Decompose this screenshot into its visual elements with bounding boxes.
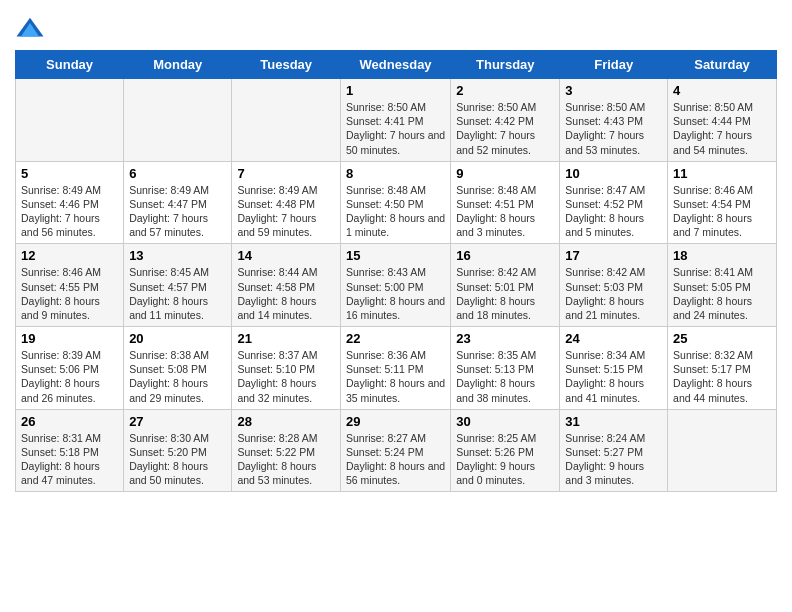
day-number: 20 [129,331,226,346]
day-number: 6 [129,166,226,181]
day-info: Sunrise: 8:41 AM Sunset: 5:05 PM Dayligh… [673,265,771,322]
day-info: Sunrise: 8:50 AM Sunset: 4:43 PM Dayligh… [565,100,662,157]
day-info: Sunrise: 8:48 AM Sunset: 4:50 PM Dayligh… [346,183,445,240]
day-info: Sunrise: 8:46 AM Sunset: 4:55 PM Dayligh… [21,265,118,322]
calendar-cell: 5Sunrise: 8:49 AM Sunset: 4:46 PM Daylig… [16,161,124,244]
calendar-cell: 14Sunrise: 8:44 AM Sunset: 4:58 PM Dayli… [232,244,341,327]
calendar-cell: 21Sunrise: 8:37 AM Sunset: 5:10 PM Dayli… [232,327,341,410]
day-info: Sunrise: 8:24 AM Sunset: 5:27 PM Dayligh… [565,431,662,488]
calendar-cell: 19Sunrise: 8:39 AM Sunset: 5:06 PM Dayli… [16,327,124,410]
day-number: 1 [346,83,445,98]
day-info: Sunrise: 8:50 AM Sunset: 4:42 PM Dayligh… [456,100,554,157]
calendar-cell: 20Sunrise: 8:38 AM Sunset: 5:08 PM Dayli… [124,327,232,410]
day-info: Sunrise: 8:46 AM Sunset: 4:54 PM Dayligh… [673,183,771,240]
calendar-cell: 31Sunrise: 8:24 AM Sunset: 5:27 PM Dayli… [560,409,668,492]
day-info: Sunrise: 8:47 AM Sunset: 4:52 PM Dayligh… [565,183,662,240]
calendar-cell: 24Sunrise: 8:34 AM Sunset: 5:15 PM Dayli… [560,327,668,410]
calendar-body: 1Sunrise: 8:50 AM Sunset: 4:41 PM Daylig… [16,79,777,492]
calendar-cell [16,79,124,162]
calendar-cell: 4Sunrise: 8:50 AM Sunset: 4:44 PM Daylig… [668,79,777,162]
day-info: Sunrise: 8:37 AM Sunset: 5:10 PM Dayligh… [237,348,335,405]
day-number: 9 [456,166,554,181]
calendar-cell: 11Sunrise: 8:46 AM Sunset: 4:54 PM Dayli… [668,161,777,244]
day-number: 24 [565,331,662,346]
header-day: Wednesday [340,51,450,79]
day-info: Sunrise: 8:48 AM Sunset: 4:51 PM Dayligh… [456,183,554,240]
day-number: 16 [456,248,554,263]
day-number: 4 [673,83,771,98]
calendar-cell: 15Sunrise: 8:43 AM Sunset: 5:00 PM Dayli… [340,244,450,327]
page-header [15,10,777,44]
day-number: 19 [21,331,118,346]
header-day: Saturday [668,51,777,79]
day-number: 22 [346,331,445,346]
day-info: Sunrise: 8:49 AM Sunset: 4:47 PM Dayligh… [129,183,226,240]
day-info: Sunrise: 8:49 AM Sunset: 4:46 PM Dayligh… [21,183,118,240]
day-info: Sunrise: 8:42 AM Sunset: 5:03 PM Dayligh… [565,265,662,322]
day-info: Sunrise: 8:50 AM Sunset: 4:44 PM Dayligh… [673,100,771,157]
header-day: Thursday [451,51,560,79]
day-number: 18 [673,248,771,263]
day-info: Sunrise: 8:43 AM Sunset: 5:00 PM Dayligh… [346,265,445,322]
calendar-cell: 28Sunrise: 8:28 AM Sunset: 5:22 PM Dayli… [232,409,341,492]
calendar-week: 26Sunrise: 8:31 AM Sunset: 5:18 PM Dayli… [16,409,777,492]
calendar-cell: 7Sunrise: 8:49 AM Sunset: 4:48 PM Daylig… [232,161,341,244]
header-row: SundayMondayTuesdayWednesdayThursdayFrid… [16,51,777,79]
calendar-week: 5Sunrise: 8:49 AM Sunset: 4:46 PM Daylig… [16,161,777,244]
calendar-cell: 12Sunrise: 8:46 AM Sunset: 4:55 PM Dayli… [16,244,124,327]
day-number: 30 [456,414,554,429]
day-number: 2 [456,83,554,98]
header-day: Monday [124,51,232,79]
day-info: Sunrise: 8:38 AM Sunset: 5:08 PM Dayligh… [129,348,226,405]
header-day: Friday [560,51,668,79]
calendar-cell: 13Sunrise: 8:45 AM Sunset: 4:57 PM Dayli… [124,244,232,327]
day-number: 21 [237,331,335,346]
day-number: 25 [673,331,771,346]
calendar-cell: 23Sunrise: 8:35 AM Sunset: 5:13 PM Dayli… [451,327,560,410]
calendar-cell: 3Sunrise: 8:50 AM Sunset: 4:43 PM Daylig… [560,79,668,162]
day-number: 10 [565,166,662,181]
day-info: Sunrise: 8:31 AM Sunset: 5:18 PM Dayligh… [21,431,118,488]
day-number: 3 [565,83,662,98]
day-info: Sunrise: 8:42 AM Sunset: 5:01 PM Dayligh… [456,265,554,322]
calendar-cell: 18Sunrise: 8:41 AM Sunset: 5:05 PM Dayli… [668,244,777,327]
calendar-cell: 30Sunrise: 8:25 AM Sunset: 5:26 PM Dayli… [451,409,560,492]
calendar-cell: 26Sunrise: 8:31 AM Sunset: 5:18 PM Dayli… [16,409,124,492]
day-number: 29 [346,414,445,429]
day-number: 31 [565,414,662,429]
header-day: Tuesday [232,51,341,79]
day-number: 15 [346,248,445,263]
day-number: 5 [21,166,118,181]
calendar-cell: 8Sunrise: 8:48 AM Sunset: 4:50 PM Daylig… [340,161,450,244]
day-number: 17 [565,248,662,263]
day-number: 27 [129,414,226,429]
calendar-cell [668,409,777,492]
day-info: Sunrise: 8:45 AM Sunset: 4:57 PM Dayligh… [129,265,226,322]
calendar-week: 12Sunrise: 8:46 AM Sunset: 4:55 PM Dayli… [16,244,777,327]
calendar-cell: 29Sunrise: 8:27 AM Sunset: 5:24 PM Dayli… [340,409,450,492]
day-number: 13 [129,248,226,263]
calendar-cell: 16Sunrise: 8:42 AM Sunset: 5:01 PM Dayli… [451,244,560,327]
day-info: Sunrise: 8:34 AM Sunset: 5:15 PM Dayligh… [565,348,662,405]
calendar-cell: 17Sunrise: 8:42 AM Sunset: 5:03 PM Dayli… [560,244,668,327]
header-day: Sunday [16,51,124,79]
day-info: Sunrise: 8:44 AM Sunset: 4:58 PM Dayligh… [237,265,335,322]
day-number: 7 [237,166,335,181]
calendar-week: 19Sunrise: 8:39 AM Sunset: 5:06 PM Dayli… [16,327,777,410]
logo [15,14,49,44]
calendar-cell [232,79,341,162]
day-info: Sunrise: 8:39 AM Sunset: 5:06 PM Dayligh… [21,348,118,405]
day-number: 11 [673,166,771,181]
day-info: Sunrise: 8:28 AM Sunset: 5:22 PM Dayligh… [237,431,335,488]
day-number: 26 [21,414,118,429]
day-number: 23 [456,331,554,346]
day-info: Sunrise: 8:25 AM Sunset: 5:26 PM Dayligh… [456,431,554,488]
day-info: Sunrise: 8:32 AM Sunset: 5:17 PM Dayligh… [673,348,771,405]
day-number: 8 [346,166,445,181]
day-info: Sunrise: 8:49 AM Sunset: 4:48 PM Dayligh… [237,183,335,240]
calendar-header: SundayMondayTuesdayWednesdayThursdayFrid… [16,51,777,79]
calendar-cell [124,79,232,162]
calendar-cell: 6Sunrise: 8:49 AM Sunset: 4:47 PM Daylig… [124,161,232,244]
day-number: 28 [237,414,335,429]
day-info: Sunrise: 8:50 AM Sunset: 4:41 PM Dayligh… [346,100,445,157]
